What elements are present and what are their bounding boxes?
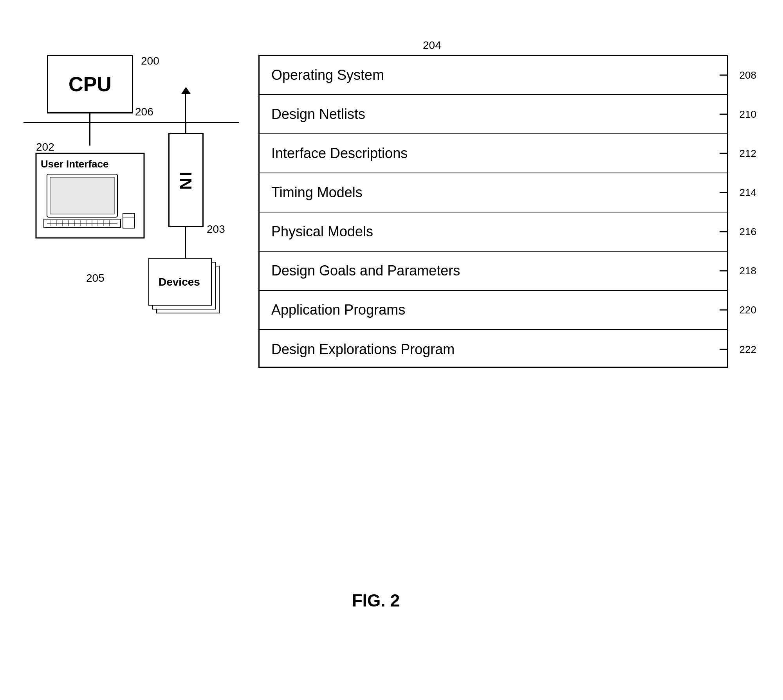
memory-row: Timing Models214 [260, 173, 727, 212]
ni-box: NI [168, 133, 204, 227]
devices-svg: Devices [145, 250, 231, 325]
row-ref: 218 [740, 265, 756, 277]
memory-row-label: Physical Models [271, 223, 373, 240]
ui-ref-label: 202 [36, 141, 54, 153]
memory-row-label: Application Programs [271, 302, 405, 318]
memory-row-label: Design Netlists [271, 106, 365, 122]
cpu-ref-label: 200 [141, 55, 159, 67]
svg-text:Devices: Devices [159, 276, 200, 288]
figure-caption: FIG. 2 [352, 591, 400, 610]
diagram: CPU 200 206 User Interface [23, 23, 760, 650]
memory-row-label: Interface Descriptions [271, 145, 408, 162]
row-ref: 208 [740, 69, 756, 81]
arrow-up-icon [181, 87, 191, 94]
memory-block: Operating System208Design Netlists210Int… [258, 55, 728, 368]
cpu-label: CPU [69, 72, 112, 96]
ni-ref-label: 203 [207, 223, 225, 236]
memory-row: Design Netlists210 [260, 95, 727, 134]
cpu-box: CPU [47, 55, 133, 113]
row-tick [720, 114, 728, 115]
row-ref: 212 [740, 148, 756, 160]
memory-row: Operating System208 [260, 56, 727, 95]
memory-row-label: Design Goals and Parameters [271, 263, 460, 279]
svg-rect-18 [123, 213, 135, 228]
svg-rect-3 [50, 177, 114, 214]
row-ref: 220 [740, 304, 756, 316]
user-interface-svg: User Interface [35, 153, 145, 239]
row-ref: 210 [740, 108, 756, 121]
memory-row: Physical Models216 [260, 212, 727, 252]
row-ref: 216 [740, 226, 756, 238]
row-tick [720, 270, 728, 272]
row-tick [720, 349, 728, 350]
row-ref: 214 [740, 187, 756, 199]
memory-row-label: Timing Models [271, 184, 363, 201]
memory-row: Interface Descriptions212 [260, 134, 727, 173]
memory-row: Design Goals and Parameters218 [260, 252, 727, 291]
row-tick [720, 231, 728, 232]
ui-to-bus-line [89, 122, 90, 146]
row-tick [720, 310, 728, 311]
memory-block-ref-label: 204 [423, 39, 441, 52]
memory-row: Application Programs220 [260, 291, 727, 330]
memory-row-label: Design Explorations Program [271, 341, 455, 358]
devices-ref-label: 205 [86, 272, 105, 284]
memory-row: Design Explorations Program222 [260, 330, 727, 369]
svg-text:User Interface: User Interface [41, 158, 108, 170]
memory-row-label: Operating System [271, 67, 384, 83]
ni-vertical-top [185, 90, 186, 134]
row-tick [720, 153, 728, 154]
row-ref: 222 [740, 344, 756, 356]
bus-ref-label: 206 [135, 106, 153, 118]
row-tick [720, 75, 728, 76]
ni-label: NI [177, 170, 195, 190]
row-tick [720, 192, 728, 193]
bus-line [23, 122, 239, 123]
